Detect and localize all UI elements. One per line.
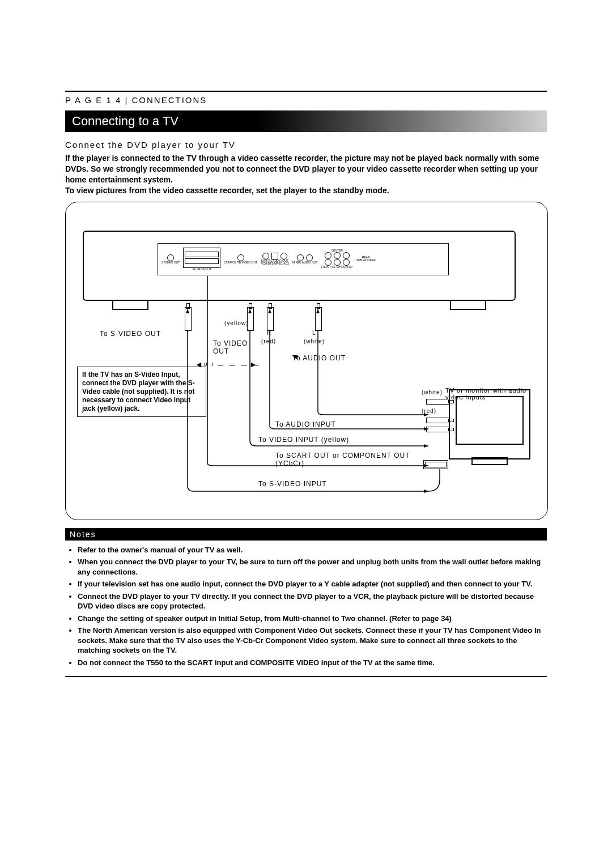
label-scart-component: To SCART OUT or COMPONENT OUT (YCbCr) [275, 452, 417, 467]
note-item: The North American version is also equip… [78, 626, 547, 656]
intro-text: If the player is connected to the TV thr… [65, 153, 547, 196]
port-avrgb: AV / RGB OUT [193, 268, 211, 271]
rca-yellow-plug [426, 427, 450, 432]
section-title: Connecting to a TV [65, 110, 547, 132]
notes-heading: Notes [65, 528, 547, 541]
label-audio-input: To AUDIO INPUT [275, 420, 336, 428]
notes-list: Refer to the owner's manual of your TV a… [65, 545, 547, 668]
tv-monitor [449, 389, 530, 459]
label-l: L [312, 330, 316, 336]
port-composite: COMPOSITE VIDEO OUT [224, 261, 257, 264]
label-red2: (red) [422, 408, 450, 414]
note-item: When you connect the DVD player to your … [78, 557, 547, 577]
label-svideo-out: To S-VIDEO OUT [100, 330, 161, 338]
page-number: P A G E 1 4 [65, 95, 121, 105]
rca-red-plug [426, 418, 450, 423]
note-item: Refer to the owner's manual of your TV a… [78, 545, 547, 555]
label-yellow: (yellow) [224, 320, 248, 326]
port-mixed: MIXED AUDIO OUT [292, 261, 318, 264]
page-header: P A G E 1 4 | CONNECTIONS [65, 95, 547, 105]
label-r: R [267, 330, 271, 336]
back-panel: S VIDEO OUT AV / RGB OUT COMPOSITE VIDEO… [158, 243, 449, 275]
port-svideo: S VIDEO OUT [162, 261, 180, 264]
header-divider: | [125, 95, 128, 105]
header-section: CONNECTIONS [132, 95, 207, 105]
port-sub: SUB WOOFER [356, 259, 376, 262]
port-front51: FRONT 5.1 CH OUTPUT [321, 266, 353, 269]
connection-diagram: S VIDEO OUT AV / RGB OUT COMPOSITE VIDEO… [65, 202, 548, 520]
label-white: (white) [304, 338, 325, 344]
note-item: Change the setting of speaker output in … [78, 614, 547, 624]
label-svideo-input: To S-VIDEO INPUT [258, 480, 327, 488]
label-video-input: To VIDEO INPUT (yellow) [258, 436, 349, 444]
note-item: If your television set has one audio inp… [78, 579, 547, 589]
svideo-tip: If the TV has an S-Video Input, connect … [77, 367, 206, 417]
port-pcm: PCM/DTS/MPEG/AC3 [261, 262, 289, 265]
sub-heading: Connect the DVD player to your TV [65, 140, 547, 150]
label-video-out: To VIDEO OUT [213, 339, 258, 355]
label-red: (red) [261, 338, 276, 344]
label-audio-out: To AUDIO OUT [292, 354, 346, 362]
dvd-player-rear: S VIDEO OUT AV / RGB OUT COMPOSITE VIDEO… [83, 231, 516, 301]
note-item: Connect the DVD player to your TV direct… [78, 592, 547, 611]
note-item: Do not connect the T550 to the SCART inp… [78, 658, 547, 668]
